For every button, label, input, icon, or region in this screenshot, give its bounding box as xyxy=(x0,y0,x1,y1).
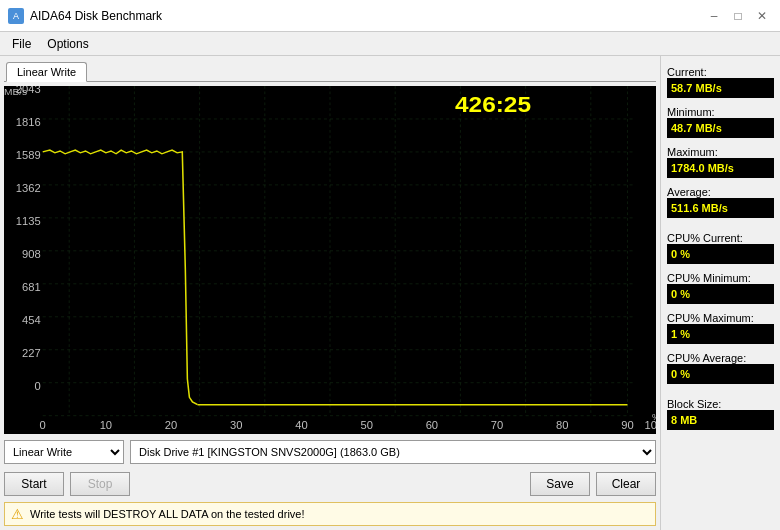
stat-average: Average: 511.6 MB/s xyxy=(667,182,774,218)
current-value: 58.7 MB/s xyxy=(667,78,774,98)
app-icon: A xyxy=(8,8,24,24)
window-title: AIDA64 Disk Benchmark xyxy=(30,9,162,23)
start-button[interactable]: Start xyxy=(4,472,64,496)
maximum-label: Maximum: xyxy=(667,146,774,158)
svg-text:1135: 1135 xyxy=(16,216,41,227)
warning-icon: ⚠ xyxy=(11,506,24,522)
minimum-label: Minimum: xyxy=(667,106,774,118)
clear-button[interactable]: Clear xyxy=(596,472,656,496)
svg-text:0: 0 xyxy=(40,420,46,431)
menu-options[interactable]: Options xyxy=(39,35,96,53)
right-panel: Current: 58.7 MB/s Minimum: 48.7 MB/s Ma… xyxy=(660,56,780,530)
controls-row-1: Linear Write Linear Read Random Write Ra… xyxy=(4,438,656,466)
cpu-maximum-label: CPU% Maximum: xyxy=(667,312,774,324)
stat-cpu-current: CPU% Current: 0 % xyxy=(667,228,774,264)
svg-text:426:25: 426:25 xyxy=(455,92,531,117)
svg-text:1816: 1816 xyxy=(16,117,41,128)
svg-text:681: 681 xyxy=(22,282,41,293)
svg-text:20: 20 xyxy=(165,420,178,431)
svg-text:70: 70 xyxy=(491,420,504,431)
svg-text:50: 50 xyxy=(360,420,373,431)
svg-text:1589: 1589 xyxy=(16,150,41,161)
svg-text:227: 227 xyxy=(22,348,41,359)
menu-file[interactable]: File xyxy=(4,35,39,53)
stat-cpu-minimum: CPU% Minimum: 0 % xyxy=(667,268,774,304)
stat-block-size: Block Size: 8 MB xyxy=(667,394,774,430)
chart-area: 2043 1816 1589 1362 1135 908 681 454 227… xyxy=(4,86,656,434)
svg-text:1362: 1362 xyxy=(16,183,41,194)
svg-text:10: 10 xyxy=(100,420,113,431)
average-label: Average: xyxy=(667,186,774,198)
average-value: 511.6 MB/s xyxy=(667,198,774,218)
minimize-button[interactable]: – xyxy=(704,6,724,26)
warning-bar: ⚠ Write tests will DESTROY ALL DATA on t… xyxy=(4,502,656,526)
svg-text:454: 454 xyxy=(22,315,41,326)
svg-text:40: 40 xyxy=(295,420,308,431)
svg-text:80: 80 xyxy=(556,420,569,431)
warning-text: Write tests will DESTROY ALL DATA on the… xyxy=(30,508,305,520)
main-container: Linear Write xyxy=(0,56,780,530)
cpu-minimum-label: CPU% Minimum: xyxy=(667,272,774,284)
title-bar: A AIDA64 Disk Benchmark – □ ✕ xyxy=(0,0,780,32)
svg-text:%: % xyxy=(652,413,656,422)
save-button[interactable]: Save xyxy=(530,472,590,496)
block-size-label: Block Size: xyxy=(667,398,774,410)
svg-text:60: 60 xyxy=(426,420,439,431)
svg-text:0: 0 xyxy=(34,381,40,392)
maximum-value: 1784.0 MB/s xyxy=(667,158,774,178)
tab-linear-write[interactable]: Linear Write xyxy=(6,62,87,82)
close-button[interactable]: ✕ xyxy=(752,6,772,26)
left-panel: Linear Write xyxy=(0,56,660,530)
block-size-value: 8 MB xyxy=(667,410,774,430)
tab-bar: Linear Write xyxy=(4,60,656,82)
stat-cpu-maximum: CPU% Maximum: 1 % xyxy=(667,308,774,344)
svg-text:MB/s: MB/s xyxy=(4,87,27,97)
svg-text:90: 90 xyxy=(621,420,634,431)
menu-bar: File Options xyxy=(0,32,780,56)
cpu-current-value: 0 % xyxy=(667,244,774,264)
cpu-current-label: CPU% Current: xyxy=(667,232,774,244)
minimum-value: 48.7 MB/s xyxy=(667,118,774,138)
current-label: Current: xyxy=(667,66,774,78)
stop-button[interactable]: Stop xyxy=(70,472,130,496)
stat-maximum: Maximum: 1784.0 MB/s xyxy=(667,142,774,178)
mode-dropdown[interactable]: Linear Write Linear Read Random Write Ra… xyxy=(4,440,124,464)
svg-text:908: 908 xyxy=(22,249,41,260)
window-controls[interactable]: – □ ✕ xyxy=(704,6,772,26)
stat-current: Current: 58.7 MB/s xyxy=(667,62,774,98)
cpu-average-value: 0 % xyxy=(667,364,774,384)
disk-dropdown[interactable]: Disk Drive #1 [KINGSTON SNVS2000G] (1863… xyxy=(130,440,656,464)
maximize-button[interactable]: □ xyxy=(728,6,748,26)
cpu-maximum-value: 1 % xyxy=(667,324,774,344)
cpu-average-label: CPU% Average: xyxy=(667,352,774,364)
stat-cpu-average: CPU% Average: 0 % xyxy=(667,348,774,384)
action-row: Start Stop Save Clear xyxy=(4,470,656,498)
svg-text:30: 30 xyxy=(230,420,243,431)
cpu-minimum-value: 0 % xyxy=(667,284,774,304)
stat-minimum: Minimum: 48.7 MB/s xyxy=(667,102,774,138)
